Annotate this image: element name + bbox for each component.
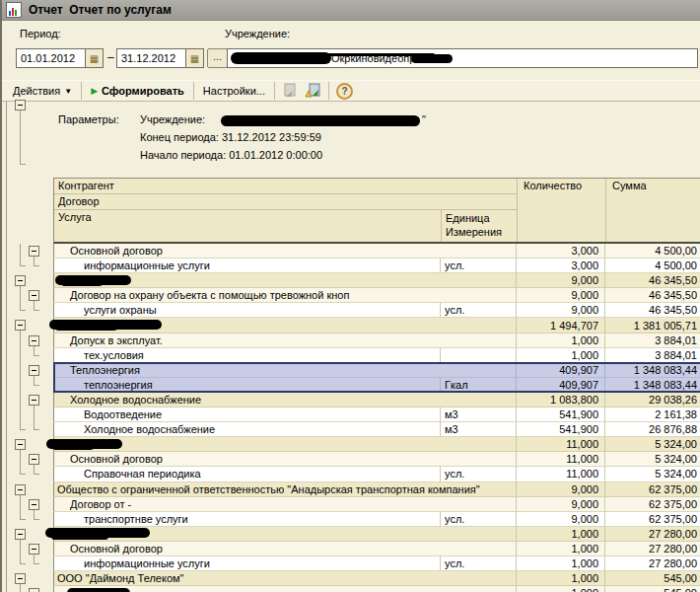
table-body: Основной договор3,0004 500,00информацион… xyxy=(2,244,700,592)
cell-name: Основной договор xyxy=(53,244,516,259)
cell-name: Теплоэнергия xyxy=(53,363,516,378)
cell-sum: 62 375,00 xyxy=(604,512,700,527)
collapse-box[interactable] xyxy=(29,365,39,376)
cell-name: Основной договор xyxy=(53,542,516,556)
period-more-button[interactable]: ... xyxy=(207,48,228,68)
cell-quantity: 11,000 xyxy=(516,467,604,481)
cell-sum: 4 500,00 xyxy=(604,244,700,259)
tree-line xyxy=(20,586,21,592)
period-to-input[interactable]: 31.12.2012 xyxy=(116,48,185,68)
censored-blob xyxy=(61,279,103,286)
table-row[interactable]: Общество с ограниченной ответственностью… xyxy=(2,482,700,497)
collapse-box[interactable] xyxy=(15,573,26,584)
header-service: Услуга xyxy=(54,210,441,242)
table-row[interactable]: теплоэнергияГкал409,9071 348 083,44 xyxy=(2,378,700,393)
table-row[interactable]: Основной договор11,0005 324,00 xyxy=(2,452,700,467)
cell-quantity: 1,000 xyxy=(516,542,604,556)
collapse-box[interactable] xyxy=(15,275,26,286)
name-text: Основной договор xyxy=(70,453,163,465)
cell-name: Холодное водоснабжение xyxy=(53,393,516,407)
name-text: Холодное водоснабжение xyxy=(70,394,201,406)
table-row[interactable]: услуги охраныусл.9,00046 345,50 xyxy=(2,303,700,318)
table-row[interactable]: Договор от -9,00062 375,00 xyxy=(2,497,700,512)
table-row[interactable]: Справочная периодикаусл.11,0005 324,00 xyxy=(2,467,700,481)
institution-input[interactable]: Окркиновидеопр xyxy=(227,48,698,68)
collapse-box[interactable] xyxy=(29,395,39,406)
table-row[interactable]: тех.условия1,0003 884,01 xyxy=(2,348,700,363)
tree-gutter xyxy=(2,407,53,422)
parameter-start-period: Начало периода: 01.01.2012 0:00:00 xyxy=(140,149,322,161)
table-row[interactable]: 1 494,7071 381 005,71от xyxy=(2,318,700,333)
collapse-box[interactable] xyxy=(29,544,39,555)
collapse-box[interactable] xyxy=(15,529,26,540)
collapse-box[interactable] xyxy=(15,439,26,450)
restore-settings-icon[interactable] xyxy=(281,83,299,99)
table-row[interactable]: 11,0005 324,00 xyxy=(2,437,700,452)
header-contractor: Контрагент xyxy=(54,179,517,194)
tree-line xyxy=(20,333,21,349)
tree-line xyxy=(34,310,39,311)
collapse-box[interactable] xyxy=(29,290,39,301)
table-row[interactable]: 1,000545,00 xyxy=(2,586,700,592)
help-button[interactable]: ? xyxy=(336,83,353,100)
name-text: Справочная периодика xyxy=(84,468,201,480)
cell-sum: 46 345,50 xyxy=(604,303,700,318)
cell-sum: 27 280,00 xyxy=(604,527,700,542)
table-row[interactable]: информационные услугиусл.1,00027 280,00 xyxy=(2,556,700,571)
cell-quantity: 409,907 xyxy=(516,363,604,378)
table-row[interactable]: Холодное водоснабжение1 083,80029 038,26 xyxy=(2,393,700,407)
cell-sum: 5 324,00 xyxy=(604,452,700,467)
table-row[interactable]: информационные услугиусл.3,0004 500,00 xyxy=(2,259,700,273)
collapse-box[interactable] xyxy=(29,454,39,465)
tree-gutter xyxy=(2,482,53,497)
cell-sum: 545,00 xyxy=(604,571,700,586)
table-row[interactable]: Холодное водоснабжением3541,90026 876,88 xyxy=(2,422,700,437)
cell-quantity: 1 494,707 xyxy=(516,318,604,333)
cell-name: Договор на охрану объекта с помощью трев… xyxy=(53,288,516,303)
collapse-box[interactable] xyxy=(29,335,39,346)
collapse-box[interactable] xyxy=(15,320,26,331)
tree-line xyxy=(20,310,26,311)
collapse-box[interactable] xyxy=(29,588,39,592)
table-row[interactable]: Теплоэнергия409,9071 348 083,44 xyxy=(2,363,700,378)
period-from-input[interactable]: 01.01.2012 xyxy=(16,48,85,68)
cell-sum: 1 381 005,71 xyxy=(604,318,700,333)
cell-quantity: 1 083,800 xyxy=(516,393,604,407)
table-row[interactable]: Основной договор3,0004 500,00 xyxy=(2,244,700,259)
cell-unit: усл. xyxy=(440,303,516,318)
window-title: Отчет Отчет по услугам xyxy=(29,3,172,17)
table-row[interactable]: ООО "Даймонд Телеком"1,000545,00 xyxy=(2,571,700,586)
table-row[interactable]: Договор на охрану объекта с помощью трев… xyxy=(2,288,700,303)
collapse-box[interactable] xyxy=(15,100,26,111)
toolbar-separator xyxy=(193,82,194,100)
collapse-box[interactable] xyxy=(15,484,26,495)
tree-line xyxy=(20,393,21,408)
actions-button[interactable]: Действия▼ xyxy=(7,83,78,99)
calendar-icon[interactable]: ▦ xyxy=(85,48,104,68)
table-row[interactable]: Основной договор1,00027 280,00 xyxy=(2,542,700,556)
table-row[interactable]: Допуск в эксплуат.1,0003 884,01 xyxy=(2,333,700,348)
tree-line xyxy=(20,563,26,564)
table-row[interactable]: транспортнве услугиусл.9,00062 375,00 xyxy=(2,512,700,527)
table-row[interactable]: 9,00046 345,50 xyxy=(2,273,700,288)
collapse-box[interactable] xyxy=(29,499,39,510)
tree-gutter xyxy=(2,542,53,556)
tree-line xyxy=(34,519,39,520)
calendar-icon[interactable]: ▦ xyxy=(185,48,204,68)
save-settings-icon[interactable] xyxy=(305,83,322,99)
cell-sum: 29 038,26 xyxy=(604,393,700,407)
settings-button[interactable]: Настройки... xyxy=(197,83,271,99)
tree-gutter xyxy=(2,318,53,333)
generate-button[interactable]: ▶ Сформировать xyxy=(85,83,190,99)
cell-name: Допуск в эксплуат. xyxy=(53,333,516,348)
toolbar-separator xyxy=(274,82,275,100)
collapse-box[interactable] xyxy=(29,246,39,257)
title-bar[interactable]: Отчет Отчет по услугам xyxy=(2,0,700,21)
name-text: информационные услуги xyxy=(84,259,210,271)
cell-sum: 5 324,00 xyxy=(604,467,700,481)
censored-blob xyxy=(221,115,420,126)
tree-line xyxy=(34,474,39,475)
tree-gutter xyxy=(2,497,53,512)
table-row[interactable]: 1,00027 280,00 xyxy=(2,527,700,542)
table-row[interactable]: Водоотведением3541,9002 161,38 xyxy=(2,407,700,422)
